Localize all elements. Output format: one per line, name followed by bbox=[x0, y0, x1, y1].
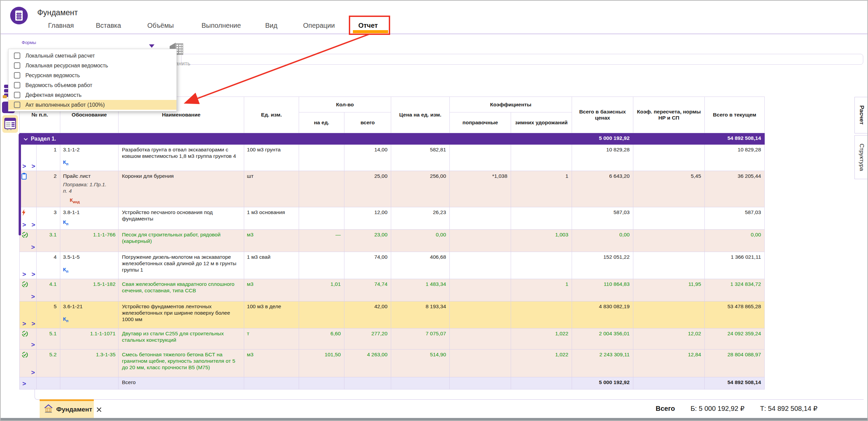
cell-qty-per: 6,60 bbox=[299, 329, 344, 350]
close-icon[interactable] bbox=[97, 407, 102, 412]
cell-item-name: Двутавр из стали С255 для строительных с… bbox=[119, 329, 244, 350]
expand-chevrons-icon[interactable]: >> bbox=[22, 222, 37, 228]
document-tab[interactable]: Фундамент bbox=[40, 399, 94, 418]
table-row[interactable]: > 4.1 1.5-1-182 Свая железобетонная квад… bbox=[20, 279, 765, 301]
kp-coefficient-badge[interactable]: Кп bbox=[63, 316, 115, 324]
chevron-down-icon[interactable] bbox=[24, 135, 28, 142]
cell-row-number: 5.1 bbox=[37, 329, 60, 350]
menu-item-local-resource-sheet[interactable]: Локальная ресурсная ведомость bbox=[8, 61, 176, 70]
cell-conversion bbox=[633, 252, 705, 279]
cell-qty-per bbox=[299, 252, 344, 279]
table-row[interactable]: >> 3 3.8-1-1 Кп Устройство песчаного осн… bbox=[20, 207, 765, 230]
forms-dropdown-menu: Локальный сметный расчет Локальная ресур… bbox=[8, 49, 177, 111]
table-row[interactable]: >> 4 3.5-1-5 Кп Погружение дизель-молото… bbox=[20, 252, 765, 279]
menu-item-label: Акт выполненных работ (100%) bbox=[25, 102, 105, 108]
checkbox-icon[interactable] bbox=[14, 102, 20, 108]
expand-chevron-icon[interactable]: > bbox=[22, 380, 31, 387]
tab-otchet-active[interactable]: Отчет bbox=[358, 22, 378, 29]
cell-justification-code: 1.3-1-35 bbox=[60, 350, 119, 377]
cell-qty-total: 74,00 bbox=[344, 252, 391, 279]
cell-corrective bbox=[450, 145, 511, 171]
cell-current-total: 1 366 021,11 bbox=[705, 252, 765, 279]
menu-item-label: Ведомость объемов работ bbox=[25, 82, 92, 88]
cell-row-number: 5 bbox=[37, 301, 60, 329]
cell-conversion bbox=[633, 230, 705, 252]
checkbox-icon[interactable] bbox=[14, 72, 20, 79]
cell-base-total: 4 830 082,19 bbox=[572, 301, 633, 329]
tab-vid[interactable]: Вид bbox=[265, 22, 277, 29]
expand-chevron-icon[interactable]: > bbox=[31, 341, 37, 348]
resource-cycle-icon bbox=[21, 330, 28, 339]
cell-qty-per bbox=[299, 207, 344, 230]
cell-qty-total: 42,00 bbox=[344, 301, 391, 329]
cell-justification-code: 3.5-1-5 bbox=[63, 254, 115, 260]
menu-item-defect-sheet[interactable]: Дефектная ведомость bbox=[8, 90, 176, 100]
cell-justification-code: 3.6-1-21 bbox=[63, 303, 115, 310]
cell-current-total: 24 092 359,24 bbox=[705, 329, 765, 350]
kp-coefficient-badge[interactable]: Кп bbox=[63, 159, 115, 167]
ribbon-divider bbox=[1, 34, 868, 34]
cell-winter bbox=[511, 301, 572, 329]
expand-chevron-icon[interactable]: > bbox=[31, 369, 37, 376]
cell-unit: 100 м3 грунта bbox=[244, 145, 299, 171]
header-base-total: Всего в базисных ценах bbox=[572, 97, 633, 133]
checkbox-icon[interactable] bbox=[14, 62, 20, 69]
table-row[interactable]: >> 1 3.1-1-2 Кп Разработка грунта в отва… bbox=[20, 145, 765, 171]
kp-coefficient-badge[interactable]: Кп bbox=[63, 266, 115, 275]
status-current-total: Т: 54 892 508,14 ₽ bbox=[760, 404, 818, 413]
tab-glavnaya[interactable]: Главная bbox=[48, 22, 74, 29]
expand-chevrons-icon[interactable]: >> bbox=[22, 271, 37, 277]
table-row[interactable]: > 3.1 1.1-1-766 Песок для строительных р… bbox=[20, 230, 765, 252]
resource-cycle-icon bbox=[21, 231, 28, 240]
cell-current-total: 53 478 865,28 bbox=[705, 301, 765, 329]
expand-chevrons-icon[interactable]: >> bbox=[22, 320, 37, 327]
menu-item-resource-sheet[interactable]: Ресурсная ведомость bbox=[8, 70, 176, 80]
tab-vypolnenie[interactable]: Выполнение bbox=[202, 22, 241, 29]
cell-unit: 1 м3 основания bbox=[244, 207, 299, 230]
active-tab-underline bbox=[353, 30, 388, 33]
header-qty-per-unit: на ед. bbox=[299, 112, 344, 133]
cell-qty-per: 1,01 bbox=[299, 279, 344, 301]
checkbox-icon[interactable] bbox=[14, 52, 20, 59]
section-row[interactable]: Раздел 1. 5 000 192,92 54 892 508,14 bbox=[20, 133, 765, 145]
app-logo-icon bbox=[10, 7, 28, 24]
cell-corrective bbox=[450, 329, 511, 350]
sidebar-estimate-table-icon[interactable] bbox=[2, 115, 18, 133]
menu-item-label: Локальная ресурсная ведомость bbox=[25, 63, 108, 69]
cell-current-total: 587,03 bbox=[705, 207, 765, 230]
table-row[interactable]: 2 Прайс лист Поправка: 1.Пр.1.п. 4 Кинд … bbox=[20, 171, 765, 207]
menu-item-completed-works-act[interactable]: Акт выполненных работ (100%) bbox=[8, 100, 176, 110]
cell-qty-per: — bbox=[299, 230, 344, 252]
kind-coefficient-badge[interactable]: Кинд bbox=[70, 197, 115, 205]
status-bar-totals: Всего Б: 5 000 192,92 ₽ Т: 54 892 508,14… bbox=[656, 404, 818, 413]
forms-group-label: Формы bbox=[22, 40, 36, 45]
table-row[interactable]: > 5.2 1.3-1-35 Смесь бетонная тяжелого б… bbox=[20, 350, 765, 377]
annotation-arrow bbox=[186, 34, 369, 103]
cell-qty-total: 14,00 bbox=[344, 145, 391, 171]
kp-coefficient-badge[interactable]: Кп bbox=[63, 219, 115, 227]
cell-row-number: 4 bbox=[37, 252, 60, 279]
menu-item-local-estimate[interactable]: Локальный сметный расчет bbox=[8, 51, 176, 61]
cell-conversion bbox=[633, 301, 705, 329]
tab-operacii[interactable]: Операции bbox=[303, 22, 335, 29]
cell-justification-code: 1.1-1-1071 bbox=[60, 329, 119, 350]
expand-chevrons-icon[interactable]: >> bbox=[22, 163, 37, 169]
cell-base-total: 0,00 bbox=[572, 230, 633, 252]
menu-item-work-volume-sheet[interactable]: Ведомость объемов работ bbox=[8, 80, 176, 90]
tab-obyomy[interactable]: Объёмы bbox=[147, 22, 174, 29]
checkbox-icon[interactable] bbox=[14, 92, 20, 98]
cell-base-total: 6 643,20 bbox=[572, 171, 633, 207]
grid-vertical-scrollbar[interactable] bbox=[19, 134, 21, 235]
right-tab-raschet[interactable]: Расчет bbox=[854, 97, 868, 133]
expand-chevron-icon[interactable]: > bbox=[31, 244, 37, 250]
right-tab-struktura[interactable]: Структура bbox=[854, 135, 868, 179]
cell-item-name: Смесь бетонная тяжелого бетона БСТ на гр… bbox=[119, 350, 244, 377]
tab-vstavka[interactable]: Вставка bbox=[96, 22, 121, 29]
section-current-total: 54 892 508,14 bbox=[705, 133, 765, 145]
cell-corrective bbox=[450, 350, 511, 377]
table-row[interactable]: > 5.1 1.1-1-1071 Двутавр из стали С255 д… bbox=[20, 329, 765, 350]
checkbox-icon[interactable] bbox=[14, 82, 20, 88]
table-row-selected[interactable]: >> 5 3.6-1-21 Кп Устройство фундаментов … bbox=[20, 301, 765, 329]
expand-chevron-icon[interactable]: > bbox=[31, 293, 37, 300]
cell-current-total: 36 205,44 bbox=[705, 171, 765, 207]
